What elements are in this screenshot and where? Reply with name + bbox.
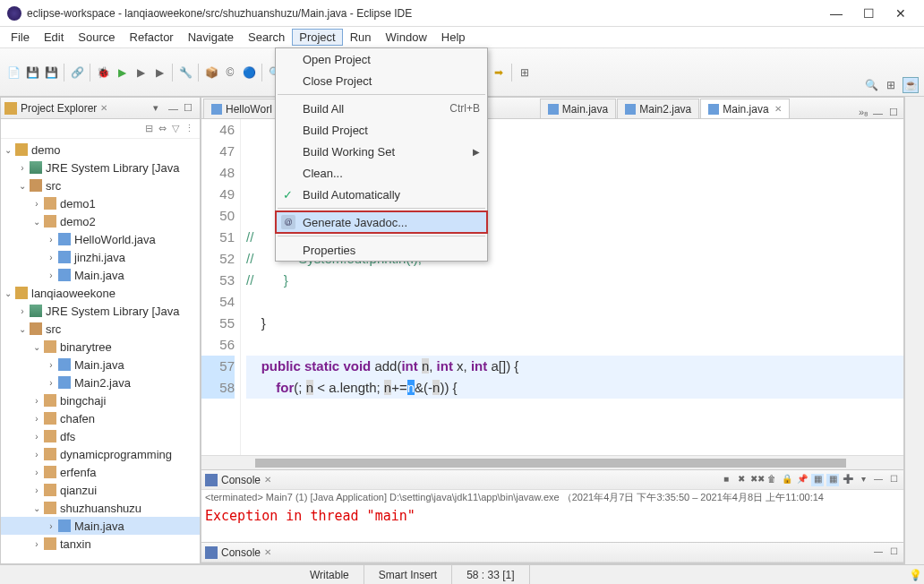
eclipse-icon [7, 6, 21, 21]
run-icon[interactable]: ▶ [114, 64, 130, 81]
menu-close-project[interactable]: Close Project [276, 70, 487, 91]
perspective-icon[interactable]: ⊞ [517, 64, 533, 81]
stop-icon[interactable]: ■ [720, 474, 732, 486]
console-output[interactable]: Exception in thread "main" [201, 506, 903, 542]
console2-close-icon[interactable]: ✕ [264, 547, 271, 557]
remove-icon[interactable]: ✖ [735, 474, 748, 486]
min-console-icon[interactable]: — [872, 474, 885, 486]
filter-icon[interactable]: ▽ [172, 123, 179, 134]
view-menu-icon[interactable]: ▾ [153, 102, 166, 114]
tree-jre2[interactable]: JRE System Library [Java [46, 305, 180, 318]
tree-qianzui[interactable]: qianzui [60, 484, 97, 497]
editor-hscroll[interactable] [201, 455, 903, 469]
clear-icon[interactable]: 🗑 [766, 474, 778, 486]
tree-lanqiao[interactable]: lanqiaoweekone [31, 287, 116, 300]
new-package-icon[interactable]: 📦 [203, 64, 219, 81]
menu-refactor[interactable]: Refactor [123, 29, 181, 46]
tab-main2[interactable]: Main2.java [617, 99, 699, 118]
tree-main-d2[interactable]: Main.java [74, 269, 124, 282]
menu-edit[interactable]: Edit [37, 29, 71, 46]
new-console-icon[interactable]: ➕ [842, 474, 854, 486]
menu-build-project[interactable]: Build Project [276, 119, 487, 141]
menu-build-auto[interactable]: ✓Build Automatically [276, 184, 487, 205]
explorer-close-icon[interactable]: ✕ [100, 103, 107, 113]
max-console-icon[interactable]: ☐ [887, 474, 900, 486]
minimize-button[interactable]: — [820, 6, 852, 21]
maximize-view-icon[interactable]: ☐ [184, 102, 196, 114]
tree-dfs[interactable]: dfs [60, 430, 75, 443]
tree-erfenfa[interactable]: erfenfa [60, 466, 96, 479]
run-last-icon[interactable]: ▶ [151, 64, 167, 81]
pin2-icon[interactable]: 📌 [796, 474, 808, 486]
save-icon[interactable]: 💾 [24, 64, 40, 81]
tree-hello[interactable]: HelloWorld.java [74, 233, 156, 246]
tree-demo[interactable]: demo [31, 143, 61, 157]
menu-build-all[interactable]: Build AllCtrl+B [276, 98, 487, 119]
tree-demo2[interactable]: demo2 [60, 215, 96, 228]
menu-help[interactable]: Help [434, 29, 473, 46]
menu-run[interactable]: Run [343, 29, 379, 46]
tab-helloworld[interactable]: HelloWorl [203, 99, 280, 118]
menu-navigate[interactable]: Navigate [181, 29, 241, 46]
tree-bt-main[interactable]: Main.java [74, 358, 124, 372]
menu-properties[interactable]: Properties [276, 239, 487, 261]
menu-clean[interactable]: Clean... [276, 162, 487, 184]
tree-jre[interactable]: JRE System Library [Java [46, 161, 180, 175]
new-icon[interactable]: 📄 [5, 64, 21, 81]
tree-demo1[interactable]: demo1 [60, 197, 96, 210]
open-console-icon[interactable]: ▾ [857, 474, 869, 486]
menu-source[interactable]: Source [71, 29, 122, 46]
scroll-lock-icon[interactable]: 🔒 [781, 474, 793, 486]
minimize-view-icon[interactable]: — [168, 103, 181, 114]
quick-access-icon[interactable]: 🔍 [863, 77, 879, 93]
tab-main[interactable]: Main.java [540, 99, 616, 118]
tree-src2[interactable]: src [46, 322, 61, 336]
java-persp-icon[interactable]: ☕ [903, 77, 919, 93]
maximize-button[interactable]: ☐ [852, 6, 885, 21]
remove-all-icon[interactable]: ✖✖ [750, 474, 763, 486]
project-tree[interactable]: ⌄demo ›JRE System Library [Java ⌄src ›de… [1, 139, 200, 563]
link-icon[interactable]: 🔗 [69, 64, 85, 81]
maximize-editor-icon[interactable]: ☐ [889, 107, 902, 118]
tree-tanxin[interactable]: tanxin [60, 537, 91, 551]
menu-search[interactable]: Search [241, 29, 292, 46]
collapse-all-icon[interactable]: ⊟ [145, 123, 153, 134]
coverage-icon[interactable]: ▶ [133, 64, 149, 81]
tree-src[interactable]: src [46, 179, 61, 193]
tree-jinzhi[interactable]: jinzhi.java [74, 251, 125, 264]
save-all-icon[interactable]: 💾 [43, 64, 59, 81]
tree-binarytree[interactable]: binarytree [60, 340, 112, 354]
min-console2-icon[interactable]: — [872, 546, 885, 559]
menu-generate-javadoc[interactable]: @Generate Javadoc... [276, 211, 487, 233]
tree-chafen[interactable]: chafen [60, 412, 95, 425]
show-output-icon[interactable]: ▦ [826, 474, 839, 486]
open-type-icon[interactable]: 🔵 [241, 64, 257, 81]
menu-file[interactable]: File [4, 29, 37, 46]
minimized-panel[interactable] [904, 97, 924, 564]
max-console2-icon[interactable]: ☐ [887, 546, 900, 559]
menu-open-project[interactable]: Open Project [276, 48, 487, 70]
fwd-icon[interactable]: ➡ [491, 64, 507, 81]
tree-shuzhuan[interactable]: shuzhuanshuzu [60, 502, 141, 515]
tree-bt-main2[interactable]: Main2.java [74, 376, 131, 390]
new-class-icon[interactable]: © [222, 64, 238, 81]
menu-build-working-set[interactable]: Build Working Set▶ [276, 141, 487, 162]
close-button[interactable]: ✕ [885, 6, 917, 21]
view-menu2-icon[interactable]: ⋮ [184, 123, 194, 134]
tree-bingchaji[interactable]: bingchaji [60, 394, 106, 408]
menu-project[interactable]: Project [292, 29, 342, 46]
display-icon[interactable]: ▦ [811, 474, 824, 486]
tip-icon[interactable]: 💡 [906, 569, 924, 581]
link-editor-icon[interactable]: ⇔ [158, 123, 167, 134]
tab-main-active[interactable]: Main.java✕ [700, 99, 789, 118]
ext-tools-icon[interactable]: 🔧 [177, 64, 193, 81]
tree-sh-main[interactable]: Main.java [74, 520, 124, 533]
menu-window[interactable]: Window [379, 29, 434, 46]
tab-overflow[interactable]: »₈ [855, 107, 871, 118]
tree-dyn[interactable]: dynamicprogramming [60, 448, 172, 461]
console-close-icon[interactable]: ✕ [264, 475, 271, 485]
debug-icon[interactable]: 🐞 [95, 64, 111, 81]
tab-close-icon[interactable]: ✕ [774, 104, 782, 114]
open-persp-icon[interactable]: ⊞ [883, 77, 899, 93]
minimize-editor-icon[interactable]: — [873, 107, 886, 118]
